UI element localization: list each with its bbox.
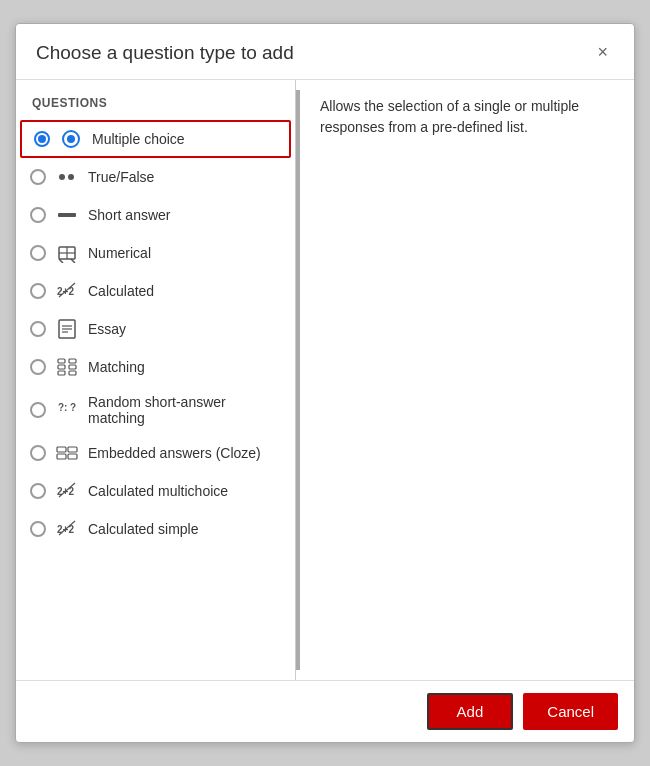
question-item-true-false[interactable]: True/False: [16, 158, 295, 196]
right-panel: Allows the selection of a single or mult…: [300, 80, 634, 680]
radio-calculated-multichoice: [30, 483, 46, 499]
radio-embedded-answers: [30, 445, 46, 461]
svg-point-3: [68, 174, 74, 180]
matching-label: Matching: [88, 359, 145, 375]
matching-icon: [56, 356, 78, 378]
svg-point-1: [67, 135, 75, 143]
svg-rect-26: [68, 447, 77, 452]
close-button[interactable]: ×: [591, 40, 614, 65]
svg-rect-21: [69, 371, 76, 375]
svg-rect-27: [57, 454, 66, 459]
add-button[interactable]: Add: [427, 693, 514, 730]
calculated-multichoice-label: Calculated multichoice: [88, 483, 228, 499]
svg-rect-20: [69, 365, 76, 369]
questions-section-label: QUESTIONS: [16, 90, 295, 120]
dialog: Choose a question type to add × QUESTION…: [15, 23, 635, 743]
dialog-title: Choose a question type to add: [36, 42, 294, 64]
short-answer-icon: [56, 204, 78, 226]
true-false-label: True/False: [88, 169, 154, 185]
radio-calculated-simple: [30, 521, 46, 537]
essay-label: Essay: [88, 321, 126, 337]
numerical-icon: [56, 242, 78, 264]
multiple-choice-label: Multiple choice: [92, 131, 185, 147]
radio-true-false: [30, 169, 46, 185]
svg-rect-25: [57, 447, 66, 452]
question-item-embedded-answers[interactable]: Embedded answers (Cloze): [16, 434, 295, 472]
dialog-body: QUESTIONS Multiple choice: [16, 80, 634, 680]
calculated-icon: 2+2: [56, 280, 78, 302]
svg-rect-4: [58, 213, 76, 217]
question-item-calculated-simple[interactable]: 2+2 Calculated simple: [16, 510, 295, 548]
svg-rect-17: [58, 365, 65, 369]
question-item-multiple-choice[interactable]: Multiple choice: [20, 120, 291, 158]
numerical-label: Numerical: [88, 245, 151, 261]
short-answer-label: Short answer: [88, 207, 170, 223]
question-item-numerical[interactable]: Numerical: [16, 234, 295, 272]
embedded-answers-icon: [56, 442, 78, 464]
question-item-essay[interactable]: Essay: [16, 310, 295, 348]
svg-rect-28: [68, 454, 77, 459]
calculated-simple-icon: 2+2: [56, 518, 78, 540]
svg-rect-18: [58, 371, 65, 375]
radio-essay: [30, 321, 46, 337]
essay-icon: [56, 318, 78, 340]
random-short-answer-label: Random short-answer matching: [88, 394, 285, 426]
radio-numerical: [30, 245, 46, 261]
question-item-random-short-answer[interactable]: ? : ? Random short-answer matching: [16, 386, 295, 434]
question-item-short-answer[interactable]: Short answer: [16, 196, 295, 234]
random-short-answer-icon: ? : ?: [56, 399, 78, 421]
svg-text::: :: [64, 402, 67, 413]
dialog-header: Choose a question type to add ×: [16, 24, 634, 80]
svg-rect-19: [69, 359, 76, 363]
svg-text:?: ?: [70, 402, 76, 413]
radio-calculated: [30, 283, 46, 299]
calculated-simple-label: Calculated simple: [88, 521, 199, 537]
calculated-multichoice-icon: 2+2: [56, 480, 78, 502]
left-panel: QUESTIONS Multiple choice: [16, 80, 296, 680]
radio-short-answer: [30, 207, 46, 223]
question-item-calculated-multichoice[interactable]: 2+2 Calculated multichoice: [16, 472, 295, 510]
description-text: Allows the selection of a single or mult…: [320, 96, 614, 138]
dialog-footer: Add Cancel: [16, 680, 634, 742]
embedded-answers-label: Embedded answers (Cloze): [88, 445, 261, 461]
radio-multiple-choice: [34, 131, 50, 147]
multiple-choice-icon: [60, 128, 82, 150]
cancel-button[interactable]: Cancel: [523, 693, 618, 730]
radio-matching: [30, 359, 46, 375]
question-item-calculated[interactable]: 2+2 Calculated: [16, 272, 295, 310]
calculated-label: Calculated: [88, 283, 154, 299]
true-false-icon: [56, 166, 78, 188]
question-item-matching[interactable]: Matching: [16, 348, 295, 386]
svg-rect-16: [58, 359, 65, 363]
svg-point-2: [59, 174, 65, 180]
radio-random-short-answer: [30, 402, 46, 418]
